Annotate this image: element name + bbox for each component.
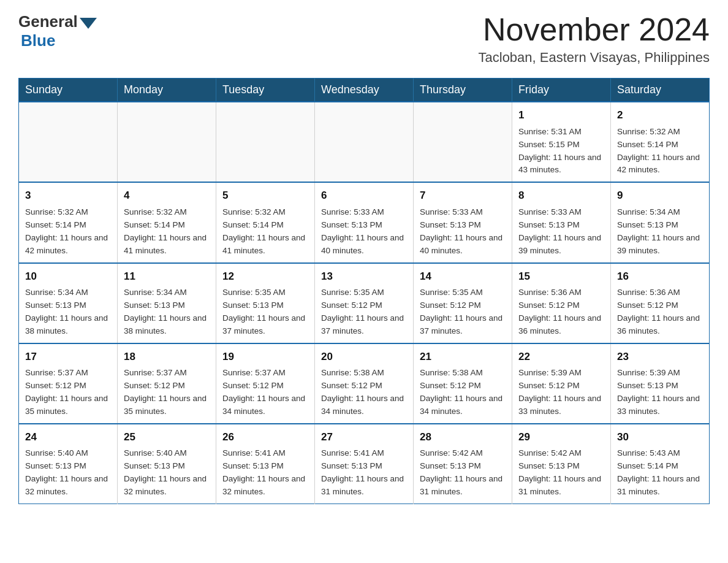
day-number: 8: [518, 188, 604, 204]
day-number: 1: [518, 107, 604, 123]
calendar-cell: 11Sunrise: 5:34 AM Sunset: 5:13 PM Dayli…: [118, 263, 216, 343]
calendar-cell: 6Sunrise: 5:33 AM Sunset: 5:13 PM Daylig…: [315, 182, 414, 262]
day-info: Sunrise: 5:32 AM Sunset: 5:14 PM Dayligh…: [25, 206, 111, 258]
day-info: Sunrise: 5:33 AM Sunset: 5:13 PM Dayligh…: [420, 206, 506, 258]
logo-text: General: [18, 12, 99, 31]
day-number: 25: [124, 429, 210, 445]
calendar-cell: 8Sunrise: 5:33 AM Sunset: 5:13 PM Daylig…: [512, 182, 611, 262]
calendar-cell: 10Sunrise: 5:34 AM Sunset: 5:13 PM Dayli…: [19, 263, 118, 343]
calendar-cell: 13Sunrise: 5:35 AM Sunset: 5:12 PM Dayli…: [315, 263, 414, 343]
day-number: 2: [617, 107, 703, 123]
day-info: Sunrise: 5:31 AM Sunset: 5:15 PM Dayligh…: [518, 126, 604, 177]
day-number: 18: [124, 349, 210, 365]
calendar-cell: 15Sunrise: 5:36 AM Sunset: 5:12 PM Dayli…: [512, 263, 611, 343]
day-info: Sunrise: 5:38 AM Sunset: 5:12 PM Dayligh…: [321, 367, 407, 418]
day-info: Sunrise: 5:32 AM Sunset: 5:14 PM Dayligh…: [617, 126, 703, 177]
day-info: Sunrise: 5:36 AM Sunset: 5:12 PM Dayligh…: [518, 286, 604, 338]
calendar-cell: 12Sunrise: 5:35 AM Sunset: 5:13 PM Dayli…: [216, 263, 315, 343]
day-info: Sunrise: 5:39 AM Sunset: 5:13 PM Dayligh…: [617, 367, 703, 418]
calendar-day-header: Wednesday: [315, 79, 414, 102]
day-number: 24: [25, 429, 111, 445]
day-number: 5: [222, 188, 308, 204]
day-info: Sunrise: 5:41 AM Sunset: 5:13 PM Dayligh…: [222, 447, 308, 499]
day-number: 20: [321, 349, 407, 365]
day-info: Sunrise: 5:32 AM Sunset: 5:14 PM Dayligh…: [222, 206, 308, 258]
day-number: 3: [25, 188, 111, 204]
calendar-cell: 26Sunrise: 5:41 AM Sunset: 5:13 PM Dayli…: [216, 424, 315, 504]
calendar-cell: [315, 102, 414, 182]
calendar-cell: 16Sunrise: 5:36 AM Sunset: 5:12 PM Dayli…: [611, 263, 710, 343]
calendar-header-row: SundayMondayTuesdayWednesdayThursdayFrid…: [19, 79, 710, 102]
calendar-cell: 1Sunrise: 5:31 AM Sunset: 5:15 PM Daylig…: [512, 102, 611, 182]
day-info: Sunrise: 5:33 AM Sunset: 5:13 PM Dayligh…: [321, 206, 407, 258]
day-number: 26: [222, 429, 308, 445]
day-info: Sunrise: 5:37 AM Sunset: 5:12 PM Dayligh…: [124, 367, 210, 418]
calendar-day-header: Friday: [512, 79, 611, 102]
day-number: 9: [617, 188, 703, 204]
logo-triangle-icon: [80, 18, 97, 29]
logo: General Blue: [18, 12, 99, 50]
calendar-cell: 4Sunrise: 5:32 AM Sunset: 5:14 PM Daylig…: [118, 182, 216, 262]
calendar-day-header: Saturday: [611, 79, 710, 102]
calendar-week-row: 10Sunrise: 5:34 AM Sunset: 5:13 PM Dayli…: [19, 263, 710, 343]
calendar-cell: 20Sunrise: 5:38 AM Sunset: 5:12 PM Dayli…: [315, 343, 414, 424]
calendar-cell: 18Sunrise: 5:37 AM Sunset: 5:12 PM Dayli…: [118, 343, 216, 424]
day-number: 29: [518, 429, 604, 445]
day-info: Sunrise: 5:35 AM Sunset: 5:12 PM Dayligh…: [321, 286, 407, 338]
day-number: 23: [617, 349, 703, 365]
day-info: Sunrise: 5:34 AM Sunset: 5:13 PM Dayligh…: [617, 206, 703, 258]
day-number: 6: [321, 188, 407, 204]
day-info: Sunrise: 5:40 AM Sunset: 5:13 PM Dayligh…: [124, 447, 210, 499]
logo-blue: Blue: [21, 31, 55, 50]
calendar-cell: [216, 102, 315, 182]
title-section: November 2024 Tacloban, Eastern Visayas,…: [479, 12, 710, 66]
day-info: Sunrise: 5:34 AM Sunset: 5:13 PM Dayligh…: [124, 286, 210, 338]
calendar-cell: [19, 102, 118, 182]
day-info: Sunrise: 5:42 AM Sunset: 5:13 PM Dayligh…: [518, 447, 604, 499]
calendar-cell: 17Sunrise: 5:37 AM Sunset: 5:12 PM Dayli…: [19, 343, 118, 424]
calendar-cell: 7Sunrise: 5:33 AM Sunset: 5:13 PM Daylig…: [414, 182, 512, 262]
day-info: Sunrise: 5:36 AM Sunset: 5:12 PM Dayligh…: [617, 286, 703, 338]
day-info: Sunrise: 5:35 AM Sunset: 5:12 PM Dayligh…: [420, 286, 506, 338]
calendar-day-header: Monday: [118, 79, 216, 102]
day-number: 17: [25, 349, 111, 365]
day-info: Sunrise: 5:41 AM Sunset: 5:13 PM Dayligh…: [321, 447, 407, 499]
calendar-cell: 29Sunrise: 5:42 AM Sunset: 5:13 PM Dayli…: [512, 424, 611, 504]
day-info: Sunrise: 5:37 AM Sunset: 5:12 PM Dayligh…: [25, 367, 111, 418]
location: Tacloban, Eastern Visayas, Philippines: [479, 50, 710, 66]
calendar-cell: 30Sunrise: 5:43 AM Sunset: 5:14 PM Dayli…: [611, 424, 710, 504]
day-number: 13: [321, 269, 407, 285]
day-number: 12: [222, 269, 308, 285]
day-info: Sunrise: 5:32 AM Sunset: 5:14 PM Dayligh…: [124, 206, 210, 258]
page-header: General Blue November 2024 Tacloban, Eas…: [18, 12, 710, 66]
day-number: 19: [222, 349, 308, 365]
day-info: Sunrise: 5:35 AM Sunset: 5:13 PM Dayligh…: [222, 286, 308, 338]
day-number: 21: [420, 349, 506, 365]
calendar-cell: 23Sunrise: 5:39 AM Sunset: 5:13 PM Dayli…: [611, 343, 710, 424]
day-number: 11: [124, 269, 210, 285]
day-number: 28: [420, 429, 506, 445]
logo-general: General: [18, 12, 78, 31]
day-number: 7: [420, 188, 506, 204]
day-number: 27: [321, 429, 407, 445]
calendar-week-row: 17Sunrise: 5:37 AM Sunset: 5:12 PM Dayli…: [19, 343, 710, 424]
calendar-cell: 22Sunrise: 5:39 AM Sunset: 5:12 PM Dayli…: [512, 343, 611, 424]
calendar-cell: 28Sunrise: 5:42 AM Sunset: 5:13 PM Dayli…: [414, 424, 512, 504]
calendar-cell: 21Sunrise: 5:38 AM Sunset: 5:12 PM Dayli…: [414, 343, 512, 424]
calendar-day-header: Sunday: [19, 79, 118, 102]
calendar-cell: 2Sunrise: 5:32 AM Sunset: 5:14 PM Daylig…: [611, 102, 710, 182]
day-number: 15: [518, 269, 604, 285]
calendar-day-header: Thursday: [414, 79, 512, 102]
calendar-cell: [414, 102, 512, 182]
calendar-cell: 5Sunrise: 5:32 AM Sunset: 5:14 PM Daylig…: [216, 182, 315, 262]
calendar-cell: 9Sunrise: 5:34 AM Sunset: 5:13 PM Daylig…: [611, 182, 710, 262]
calendar-cell: 25Sunrise: 5:40 AM Sunset: 5:13 PM Dayli…: [118, 424, 216, 504]
calendar-cell: [118, 102, 216, 182]
day-info: Sunrise: 5:38 AM Sunset: 5:12 PM Dayligh…: [420, 367, 506, 418]
calendar-cell: 27Sunrise: 5:41 AM Sunset: 5:13 PM Dayli…: [315, 424, 414, 504]
month-title: November 2024: [479, 12, 710, 47]
day-info: Sunrise: 5:42 AM Sunset: 5:13 PM Dayligh…: [420, 447, 506, 499]
day-number: 10: [25, 269, 111, 285]
day-number: 4: [124, 188, 210, 204]
day-info: Sunrise: 5:39 AM Sunset: 5:12 PM Dayligh…: [518, 367, 604, 418]
